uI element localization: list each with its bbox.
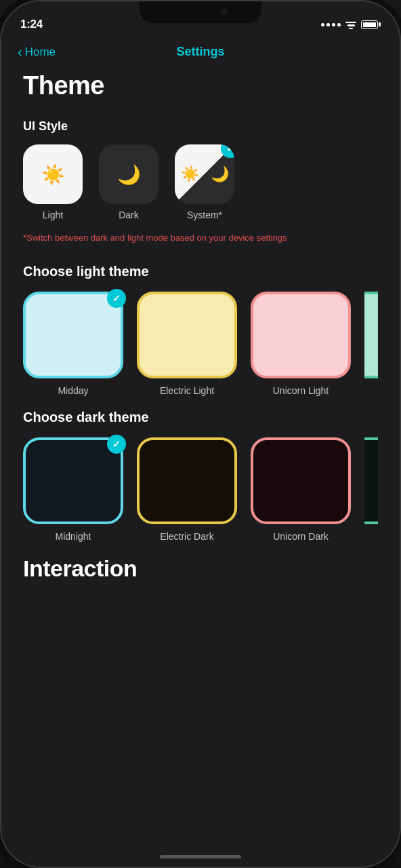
camera-notch	[221, 8, 228, 15]
battery-icon	[361, 20, 381, 29]
teal-light-swatch	[364, 292, 378, 378]
light-style-icon: ☀️	[23, 144, 83, 204]
chevron-left-icon: ‹	[18, 45, 22, 58]
check-icon: ✓	[226, 144, 234, 154]
theme-card-midnight[interactable]: ✓ Midnight	[23, 437, 123, 542]
theme-card-teal-dark[interactable]	[364, 437, 378, 542]
theme-card-electric-light[interactable]: Electric Light	[137, 292, 237, 396]
back-label: Home	[25, 45, 56, 59]
ui-style-options: ☀️ Light 🌙 Dark ☀️	[23, 144, 378, 220]
ui-style-disclaimer: *Switch between dark and light mode base…	[23, 231, 378, 245]
dark-theme-grid: ✓ Midnight Electric Dark Unicorn Dark	[23, 437, 378, 542]
teal-dark-swatch	[364, 437, 378, 524]
status-bar: 1:24	[1, 1, 400, 38]
light-theme-grid: ✓ Midday Electric Light Unicorn Light	[23, 292, 378, 396]
back-button[interactable]: ‹ Home	[18, 45, 56, 59]
unicorn-dark-swatch	[251, 437, 351, 524]
theme-card-midday[interactable]: ✓ Midday	[23, 292, 123, 396]
dark-style-icon: 🌙	[99, 144, 159, 204]
sun-icon: ☀️	[41, 163, 65, 186]
style-option-dark[interactable]: 🌙 Dark	[99, 144, 159, 220]
check-icon: ✓	[112, 439, 121, 450]
status-time: 1:24	[20, 18, 43, 31]
midday-swatch: ✓	[23, 292, 123, 378]
style-option-system[interactable]: ☀️ 🌙 ✓ System*	[175, 144, 234, 220]
interaction-title: Interaction	[23, 555, 378, 582]
light-theme-section-label: Choose light theme	[23, 264, 378, 279]
ui-style-label: UI Style	[23, 119, 378, 134]
nav-title: Settings	[176, 45, 224, 59]
unicorn-light-swatch	[251, 292, 351, 378]
theme-card-unicorn-dark[interactable]: Unicorn Dark	[251, 437, 351, 542]
system-style-label: System*	[187, 210, 222, 220]
system-style-icon: ☀️ 🌙 ✓	[175, 144, 234, 204]
signal-icon	[321, 23, 341, 26]
midday-selected-badge: ✓	[107, 289, 126, 308]
main-content: Theme UI Style ☀️ Light 🌙 Dark	[1, 66, 400, 609]
phone-shell: 1:24	[0, 0, 401, 868]
dark-style-label: Dark	[119, 210, 139, 220]
theme-card-teal-light[interactable]	[364, 292, 378, 396]
unicorn-light-label: Unicorn Light	[273, 385, 329, 396]
theme-card-unicorn-light[interactable]: Unicorn Light	[251, 292, 351, 396]
midnight-selected-badge: ✓	[107, 435, 126, 454]
electric-light-label: Electric Light	[160, 385, 214, 396]
midnight-swatch: ✓	[23, 437, 123, 524]
midday-label: Midday	[58, 385, 88, 396]
theme-card-electric-dark[interactable]: Electric Dark	[137, 437, 237, 542]
page-title: Theme	[23, 71, 378, 100]
moon-icon: 🌙	[117, 163, 141, 186]
dark-theme-section-label: Choose dark theme	[23, 410, 378, 425]
style-option-light[interactable]: ☀️ Light	[23, 144, 83, 220]
midnight-label: Midnight	[56, 531, 91, 542]
check-icon: ✓	[112, 293, 121, 304]
screen: 1:24	[1, 1, 400, 867]
home-indicator	[160, 855, 241, 859]
electric-dark-label: Electric Dark	[160, 531, 213, 542]
nav-bar: ‹ Home Settings	[1, 38, 400, 66]
wifi-icon	[345, 20, 357, 29]
electric-dark-swatch	[137, 437, 237, 524]
status-icons	[321, 20, 381, 29]
electric-light-swatch	[137, 292, 237, 378]
unicorn-dark-label: Unicorn Dark	[273, 531, 329, 542]
light-style-label: Light	[43, 210, 63, 220]
